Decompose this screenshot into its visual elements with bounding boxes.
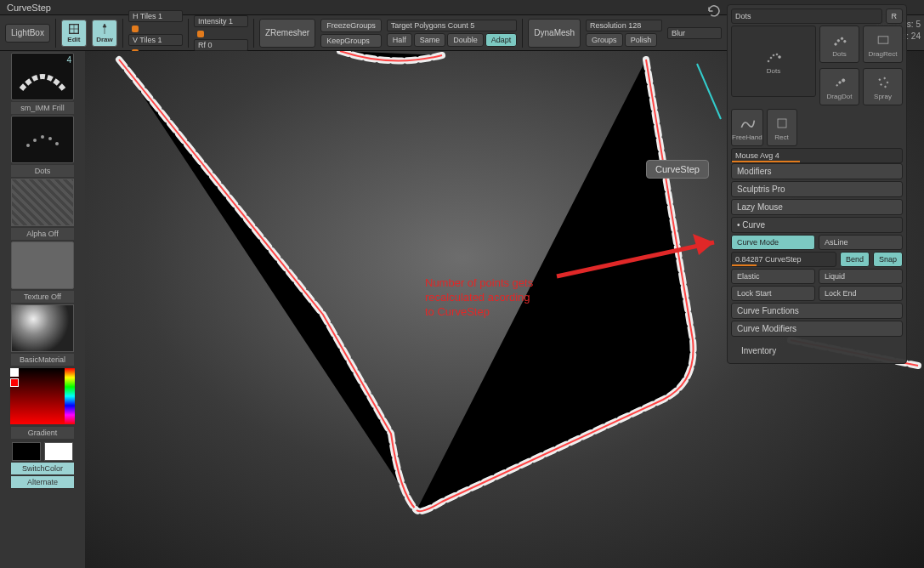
lightbox-button[interactable]: LightBox [5, 24, 50, 43]
reset-button[interactable]: R [886, 9, 904, 24]
svg-point-14 [843, 40, 846, 43]
stroke-palette: Dots R Dots Dots DragRect DragDot Spray … [727, 4, 907, 364]
svg-point-1 [26, 144, 30, 147]
svg-point-19 [879, 78, 881, 80]
half-button[interactable]: Half [387, 33, 412, 47]
svg-point-8 [773, 54, 774, 56]
bend-button[interactable]: Bend [840, 252, 870, 267]
inventory-header[interactable]: Inventory [731, 344, 903, 358]
svg-point-7 [770, 57, 772, 59]
svg-point-5 [55, 142, 59, 145]
stroke-thumbnail[interactable] [11, 116, 74, 163]
svg-point-12 [837, 39, 840, 42]
stroke-dots[interactable]: Dots [819, 26, 859, 63]
rf-slider[interactable]: Rf 0 [194, 39, 248, 51]
annotation-text: Number of points getsrecalculated acordi… [425, 276, 533, 320]
title-text: CurveStep [7, 3, 51, 13]
curve-modifiers-header[interactable]: Curve Modifiers [731, 321, 903, 337]
svg-point-18 [842, 78, 844, 81]
left-panel: 4 sm_IMM Frill Dots Alpha Off Texture Of… [0, 51, 85, 568]
lazymouse-header[interactable]: Lazy Mouse [731, 199, 903, 215]
svg-point-23 [884, 86, 886, 88]
svg-rect-15 [878, 36, 888, 43]
texture-thumbnail[interactable] [11, 241, 74, 289]
alpha-label: Alpha Off [11, 228, 74, 240]
vtiles-slider[interactable]: V Tiles 1 [128, 34, 183, 46]
mouse-avg-slider[interactable]: Mouse Avg 4 [731, 148, 903, 163]
double-button[interactable]: Double [447, 33, 484, 47]
stroke-label: Dots [11, 165, 74, 177]
draw-button[interactable]: Draw [92, 20, 117, 47]
zremesher-button[interactable]: ZRemesher [259, 19, 315, 48]
swatch-black[interactable] [12, 442, 41, 461]
intensity-slider[interactable]: Intensity 1 [194, 15, 248, 27]
keepgroups-button[interactable]: KeepGroups [320, 34, 382, 48]
svg-point-21 [887, 82, 888, 83]
refresh-icon[interactable] [706, 3, 722, 19]
stroke-dragrect[interactable]: DragRect [863, 26, 903, 63]
svg-point-4 [48, 137, 52, 140]
curve-header[interactable]: • Curve [731, 217, 903, 233]
svg-point-6 [768, 60, 769, 62]
sculptris-header[interactable]: Sculptris Pro [731, 181, 903, 197]
color-picker[interactable] [9, 367, 76, 425]
groups-button[interactable]: Groups [586, 33, 623, 47]
curvestep-slider[interactable]: 0.84287 CurveStep [731, 252, 836, 267]
svg-point-3 [41, 135, 44, 139]
svg-point-9 [776, 54, 778, 55]
stroke-dragdot[interactable]: DragDot [819, 68, 859, 105]
svg-point-2 [33, 139, 37, 142]
asline-button[interactable]: AsLine [819, 235, 903, 250]
gradient-button[interactable]: Gradient [11, 427, 74, 439]
lockstart-button[interactable]: Lock Start [731, 286, 815, 301]
svg-point-22 [880, 83, 881, 85]
svg-point-10 [779, 55, 781, 58]
arrow-icon [553, 225, 740, 293]
adapt-button[interactable]: Adapt [485, 33, 518, 47]
curve-functions-header[interactable]: Curve Functions [731, 303, 903, 319]
lockend-button[interactable]: Lock End [819, 286, 903, 301]
alpha-thumbnail[interactable] [11, 179, 74, 226]
material-label: BasicMaterial [11, 354, 74, 366]
stroke-freehand[interactable]: FreeHand [731, 109, 763, 146]
liquid-button[interactable]: Liquid [819, 269, 903, 284]
curvemode-button[interactable]: Curve Mode [731, 235, 815, 250]
svg-point-13 [841, 37, 843, 40]
tooltip: CurveStep [646, 160, 709, 179]
search-field[interactable]: Dots [731, 9, 882, 24]
svg-point-16 [836, 84, 837, 86]
stroke-spray[interactable]: Spray [863, 68, 903, 105]
edit-button[interactable]: Edit [61, 20, 87, 47]
texture-label: Texture Off [11, 291, 74, 303]
brush-thumbnail[interactable]: 4 [11, 53, 74, 100]
stroke-dots-large[interactable]: Dots [731, 26, 816, 97]
polish-button[interactable]: Polish [625, 33, 658, 47]
svg-point-20 [883, 77, 885, 79]
stroke-rect[interactable]: Rect [767, 109, 797, 146]
snap-button[interactable]: Snap [873, 252, 903, 267]
resolution-slider[interactable]: Resolution 128 [586, 20, 662, 31]
blur-slider[interactable]: Blur [667, 27, 722, 39]
freezegroups-button[interactable]: FreezeGroups [320, 19, 382, 32]
alternate-button[interactable]: Alternate [11, 476, 74, 488]
same-button[interactable]: Same [414, 33, 446, 47]
modifiers-header[interactable]: Modifiers [731, 163, 903, 179]
material-thumbnail[interactable] [11, 304, 74, 352]
svg-rect-24 [778, 119, 786, 128]
switchcolor-button[interactable]: SwitchColor [11, 463, 74, 474]
dynamesh-button[interactable]: DynaMesh [528, 19, 581, 48]
svg-point-11 [834, 43, 836, 45]
brush-name-label: sm_IMM Frill [11, 102, 74, 114]
svg-point-17 [838, 81, 841, 83]
swatch-white[interactable] [44, 442, 73, 461]
htiles-slider[interactable]: H Tiles 1 [128, 10, 183, 22]
target-polygons-slider[interactable]: Target Polygons Count 5 [387, 20, 518, 31]
elastic-button[interactable]: Elastic [731, 269, 815, 284]
